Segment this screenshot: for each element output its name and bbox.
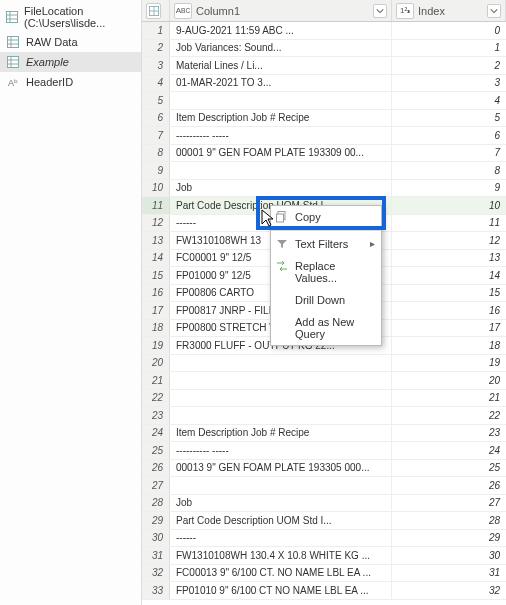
cell-index[interactable]: 29 <box>392 530 506 547</box>
table-row[interactable]: 33 FP01010 9" 6/100 CT NO NAME LBL EA ..… <box>142 582 506 600</box>
table-row[interactable]: 32 FC00013 9" 6/100 CT. NO NAME LBL EA .… <box>142 565 506 583</box>
cell-column1[interactable]: Material Lines / Li... <box>170 57 392 74</box>
cell-index[interactable]: 21 <box>392 390 506 407</box>
cell-column1[interactable]: FW1310108WH 130.4 X 10.8 WHITE KG ... <box>170 547 392 564</box>
cell-index[interactable]: 27 <box>392 495 506 512</box>
cell-index[interactable]: 25 <box>392 460 506 477</box>
column-dropdown[interactable] <box>487 4 501 18</box>
table-row[interactable]: 28 Job27 <box>142 495 506 513</box>
cell-column1[interactable]: FC00013 9" 6/100 CT. NO NAME LBL EA ... <box>170 565 392 582</box>
cell-index[interactable]: 16 <box>392 302 506 319</box>
cell-index[interactable]: 13 <box>392 250 506 267</box>
table-row[interactable]: 31 FW1310108WH 130.4 X 10.8 WHITE KG ...… <box>142 547 506 565</box>
cell-column1[interactable]: ------ <box>170 530 392 547</box>
column-header-index[interactable]: 1²₃ Index <box>392 0 506 21</box>
cell-column1[interactable]: ---------- ----- <box>170 127 392 144</box>
table-row[interactable]: 10 Job9 <box>142 180 506 198</box>
table-row[interactable]: 2221 <box>142 390 506 408</box>
cell-column1[interactable] <box>170 355 392 372</box>
cell-index[interactable]: 18 <box>392 337 506 354</box>
table-row[interactable]: 6Item Description Job # Recipe5 <box>142 110 506 128</box>
cell-index[interactable]: 12 <box>392 232 506 249</box>
ctx-text-filters[interactable]: Text Filters <box>271 233 381 255</box>
cell-index[interactable]: 24 <box>392 442 506 459</box>
sidebar-item-filelocation[interactable]: FileLocation (C:\Users\lisde... <box>0 2 141 32</box>
cell-index[interactable]: 23 <box>392 425 506 442</box>
ctx-label: Text Filters <box>295 238 348 250</box>
cell-column1[interactable]: Item Description Job # Recipe <box>170 110 392 127</box>
table-row[interactable]: 30 ------29 <box>142 530 506 548</box>
table-row[interactable]: 25---------- -----24 <box>142 442 506 460</box>
cell-column1[interactable]: 9-AUG-2021 11:59 ABC ... <box>170 22 392 39</box>
cell-index[interactable]: 22 <box>392 407 506 424</box>
cell-index[interactable]: 10 <box>392 197 506 214</box>
table-row[interactable]: 98 <box>142 162 506 180</box>
sidebar-item-headerid[interactable]: Aᵇ HeaderID <box>0 72 141 92</box>
ctx-drill-down[interactable]: Drill Down <box>271 289 381 311</box>
cell-column1[interactable]: 00013 9" GEN FOAM PLATE 193305 000... <box>170 460 392 477</box>
cell-index[interactable]: 32 <box>392 582 506 599</box>
table-row[interactable]: 54 <box>142 92 506 110</box>
cell-column1[interactable]: Item Description Job # Recipe <box>170 425 392 442</box>
ctx-replace-values[interactable]: Replace Values... <box>271 255 381 289</box>
column-header-column1[interactable]: ABC Column1 <box>170 0 392 21</box>
cell-column1[interactable]: ---------- ----- <box>170 442 392 459</box>
table-row[interactable]: 800001 9" GEN FOAM PLATE 193309 00...7 <box>142 145 506 163</box>
cell-index[interactable]: 31 <box>392 565 506 582</box>
cell-column1[interactable]: 00001 9" GEN FOAM PLATE 193309 00... <box>170 145 392 162</box>
cell-index[interactable]: 9 <box>392 180 506 197</box>
cell-column1[interactable] <box>170 407 392 424</box>
cell-index[interactable]: 3 <box>392 75 506 92</box>
context-menu: Copy Text Filters Replace Values... Dril… <box>270 205 382 346</box>
cell-index[interactable]: 15 <box>392 285 506 302</box>
cell-index[interactable]: 30 <box>392 547 506 564</box>
table-row[interactable]: 3 Material Lines / Li...2 <box>142 57 506 75</box>
cell-column1[interactable]: Job <box>170 180 392 197</box>
cell-column1[interactable] <box>170 390 392 407</box>
row-number: 13 <box>142 232 170 249</box>
cell-index[interactable]: 20 <box>392 372 506 389</box>
cell-index[interactable]: 26 <box>392 477 506 494</box>
cell-column1[interactable]: Part Code Description UOM Std I... <box>170 512 392 529</box>
table-row[interactable]: 2120 <box>142 372 506 390</box>
cell-index[interactable]: 7 <box>392 145 506 162</box>
cell-index[interactable]: 11 <box>392 215 506 232</box>
cell-index[interactable]: 8 <box>392 162 506 179</box>
cell-index[interactable]: 19 <box>392 355 506 372</box>
cell-column1[interactable]: 01-MAR-2021 TO 3... <box>170 75 392 92</box>
table-row[interactable]: 2322 <box>142 407 506 425</box>
cell-column1[interactable] <box>170 372 392 389</box>
cell-index[interactable]: 2 <box>392 57 506 74</box>
column-dropdown[interactable] <box>373 4 387 18</box>
table-row[interactable]: 19-AUG-2021 11:59 ABC ...0 <box>142 22 506 40</box>
sidebar-item-rawdata[interactable]: RAW Data <box>0 32 141 52</box>
cell-index[interactable]: 28 <box>392 512 506 529</box>
table-row[interactable]: 29 Part Code Description UOM Std I...28 <box>142 512 506 530</box>
ctx-copy[interactable]: Copy <box>271 206 381 228</box>
cell-index[interactable]: 5 <box>392 110 506 127</box>
ctx-add-as-new-query[interactable]: Add as New Query <box>271 311 381 345</box>
table-row[interactable]: 4 01-MAR-2021 TO 3...3 <box>142 75 506 93</box>
table-row[interactable]: 2019 <box>142 355 506 373</box>
table-row[interactable]: 7---------- -----6 <box>142 127 506 145</box>
cell-index[interactable]: 14 <box>392 267 506 284</box>
table-row[interactable]: 2600013 9" GEN FOAM PLATE 193305 000...2… <box>142 460 506 478</box>
cell-index[interactable]: 0 <box>392 22 506 39</box>
cell-column1[interactable] <box>170 92 392 109</box>
cell-column1[interactable] <box>170 477 392 494</box>
cell-column1[interactable]: FP01010 9" 6/100 CT NO NAME LBL EA ... <box>170 582 392 599</box>
table-row[interactable]: 24Item Description Job # Recipe23 <box>142 425 506 443</box>
cell-column1[interactable] <box>170 162 392 179</box>
cell-index[interactable]: 4 <box>392 92 506 109</box>
cell-index[interactable]: 1 <box>392 40 506 57</box>
table-row[interactable]: 2 Job Variances: Sound...1 <box>142 40 506 58</box>
row-number: 26 <box>142 460 170 477</box>
cell-index[interactable]: 6 <box>392 127 506 144</box>
row-number-header[interactable] <box>142 0 170 21</box>
table-row[interactable]: 2726 <box>142 477 506 495</box>
cell-column1[interactable]: Job <box>170 495 392 512</box>
cell-index[interactable]: 17 <box>392 320 506 337</box>
sidebar-item-example[interactable]: Example <box>0 52 141 72</box>
row-number: 31 <box>142 547 170 564</box>
cell-column1[interactable]: Job Variances: Sound... <box>170 40 392 57</box>
